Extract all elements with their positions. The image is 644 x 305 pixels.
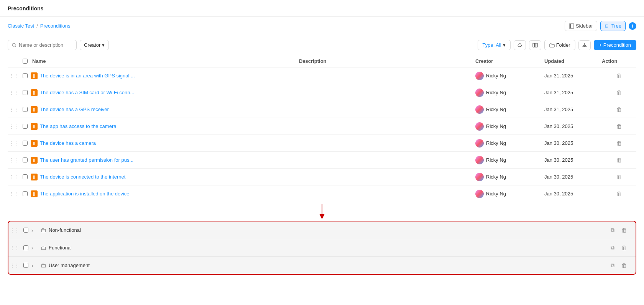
- row-checkbox-input[interactable]: [23, 141, 28, 146]
- name-header: Name: [31, 58, 299, 64]
- folder-checkbox: [20, 245, 31, 250]
- row-checkbox-input[interactable]: [23, 157, 28, 162]
- item-creator: Ricky Ng: [475, 139, 544, 148]
- highlighted-folder-section: ⋮⋮ › 🗀 Non-functional ⧉ 🗑 ⋮⋮ › 🗀 Functio…: [8, 221, 636, 275]
- table-row: ⋮⋮ || The user has granted permission fo…: [8, 152, 636, 169]
- drag-handle[interactable]: ⋮⋮: [8, 73, 19, 79]
- item-creator: Ricky Ng: [475, 72, 544, 80]
- folder-expand-button[interactable]: ›: [31, 227, 41, 233]
- row-checkbox-input[interactable]: [23, 124, 28, 129]
- folder-drag-handle[interactable]: ⋮⋮: [8, 245, 20, 251]
- description-header: Description: [299, 58, 475, 64]
- delete-item-button[interactable]: 🗑: [614, 139, 624, 147]
- download-button[interactable]: [578, 40, 591, 50]
- add-precondition-button[interactable]: + Precondition: [594, 40, 636, 50]
- breadcrumb-parent[interactable]: Classic Test: [8, 23, 34, 29]
- drag-handle[interactable]: ⋮⋮: [8, 174, 19, 180]
- folder-checkbox-input[interactable]: [23, 263, 28, 268]
- drag-handle[interactable]: ⋮⋮: [8, 123, 19, 130]
- item-updated: Jan 31, 2025: [544, 90, 602, 95]
- delete-folder-button[interactable]: 🗑: [619, 226, 629, 234]
- row-checkbox-input[interactable]: [23, 174, 28, 179]
- delete-item-button[interactable]: 🗑: [614, 72, 624, 80]
- folder-actions: ⧉ 🗑: [608, 244, 636, 252]
- folder-name-text: Non-functional: [49, 227, 608, 233]
- search-icon: [12, 43, 16, 48]
- svg-rect-0: [569, 24, 574, 28]
- select-all-checkbox[interactable]: [23, 59, 28, 64]
- avatar: [475, 105, 484, 114]
- folder-button[interactable]: Folder: [544, 40, 575, 50]
- row-checkbox: [19, 141, 31, 146]
- refresh-button[interactable]: [514, 40, 526, 50]
- drag-handle[interactable]: ⋮⋮: [8, 107, 19, 113]
- item-name[interactable]: || The app has access to the camera: [31, 123, 299, 130]
- precondition-type-icon: ||: [31, 157, 38, 164]
- copy-folder-button[interactable]: ⧉: [608, 226, 617, 234]
- item-name[interactable]: || The device has a SIM card or Wi-Fi co…: [31, 89, 299, 96]
- table-row: ⋮⋮ || The device is in an area with GPS …: [8, 67, 636, 84]
- item-name-text: The device has a camera: [40, 140, 96, 146]
- folder-drag-handle[interactable]: ⋮⋮: [8, 227, 20, 233]
- delete-item-button[interactable]: 🗑: [614, 156, 624, 164]
- creator-header: Creator: [475, 58, 544, 64]
- item-name-text: The device has a GPS receiver: [40, 107, 109, 112]
- folder-checkbox-input[interactable]: [23, 228, 28, 233]
- copy-folder-button[interactable]: ⧉: [608, 261, 617, 269]
- delete-item-button[interactable]: 🗑: [614, 89, 624, 97]
- folder-checkbox-input[interactable]: [23, 245, 28, 250]
- drag-handle[interactable]: ⋮⋮: [8, 140, 19, 146]
- row-checkbox-input[interactable]: [23, 191, 28, 196]
- item-name[interactable]: || The device has a GPS receiver: [31, 106, 299, 113]
- row-checkbox: [19, 107, 31, 112]
- copy-folder-button[interactable]: ⧉: [608, 244, 617, 252]
- delete-folder-button[interactable]: 🗑: [619, 261, 629, 269]
- item-name-text: The application is installed on the devi…: [40, 191, 129, 197]
- item-name[interactable]: || The user has granted permission for p…: [31, 157, 299, 164]
- table-row: ⋮⋮ || The application is installed on th…: [8, 185, 636, 202]
- item-name[interactable]: || The application is installed on the d…: [31, 190, 299, 197]
- svg-rect-10: [533, 43, 534, 47]
- sidebar-icon: [569, 23, 574, 29]
- info-icon[interactable]: i: [629, 22, 636, 30]
- folder-drag-handle[interactable]: ⋮⋮: [8, 262, 20, 269]
- item-name-text: The user has granted permission for pus.…: [40, 157, 133, 163]
- delete-item-button[interactable]: 🗑: [614, 105, 624, 113]
- item-creator: Ricky Ng: [475, 156, 544, 164]
- action-header: Action: [602, 58, 636, 64]
- tree-view-button[interactable]: Tree: [600, 21, 626, 31]
- row-checkbox-input[interactable]: [23, 73, 28, 78]
- folder-expand-button[interactable]: ›: [31, 262, 41, 269]
- item-actions: 🗑: [602, 122, 636, 130]
- delete-item-button[interactable]: 🗑: [614, 173, 624, 181]
- folder-expand-button[interactable]: ›: [31, 245, 41, 251]
- creator-filter-button[interactable]: Creator ▾: [80, 40, 109, 50]
- columns-button[interactable]: [529, 40, 541, 50]
- table-row: ⋮⋮ || The device has a camera Ricky Ng J…: [8, 135, 636, 152]
- item-name-text: The app has access to the camera: [40, 123, 116, 129]
- avatar: [475, 122, 484, 131]
- item-name[interactable]: || The device is in an area with GPS sig…: [31, 72, 299, 79]
- delete-folder-button[interactable]: 🗑: [619, 244, 629, 252]
- folder-row: ⋮⋮ › 🗀 Non-functional ⧉ 🗑: [8, 221, 636, 239]
- table-body: ⋮⋮ || The device is in an area with GPS …: [0, 67, 644, 202]
- row-checkbox-input[interactable]: [23, 90, 28, 95]
- folder-actions: ⧉ 🗑: [608, 261, 636, 269]
- drag-handle[interactable]: ⋮⋮: [8, 191, 19, 197]
- delete-item-button[interactable]: 🗑: [614, 122, 624, 130]
- row-checkbox: [19, 191, 31, 196]
- type-filter-button[interactable]: Type: All ▾: [478, 40, 511, 50]
- item-name[interactable]: || The device is connected to the intern…: [31, 174, 299, 180]
- row-checkbox-input[interactable]: [23, 107, 28, 112]
- delete-item-button[interactable]: 🗑: [614, 190, 624, 198]
- item-actions: 🗑: [602, 156, 636, 164]
- drag-handle[interactable]: ⋮⋮: [8, 157, 19, 163]
- download-icon: [582, 43, 587, 48]
- item-name[interactable]: || The device has a camera: [31, 140, 299, 147]
- table-row: ⋮⋮ || The app has access to the camera R…: [8, 118, 636, 135]
- sidebar-view-button[interactable]: Sidebar: [565, 21, 597, 31]
- avatar: [475, 139, 484, 148]
- search-input[interactable]: [19, 42, 72, 48]
- item-actions: 🗑: [602, 173, 636, 181]
- drag-handle[interactable]: ⋮⋮: [8, 90, 19, 96]
